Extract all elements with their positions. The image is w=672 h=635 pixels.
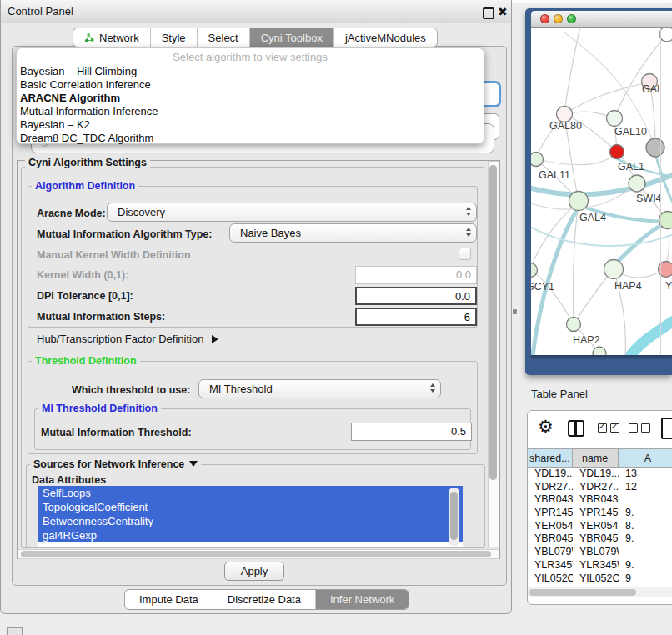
close-traffic-light-icon[interactable] [540,14,549,23]
algorithm-definition-title: Algorithm Definition [32,180,138,192]
column-header-name[interactable]: name [573,449,619,467]
tab-style[interactable]: Style [150,28,197,47]
close-icon[interactable]: ✖ [498,0,508,23]
node-hap4[interactable] [604,260,624,279]
node-label-swi4: SWI4 [636,192,662,204]
tab-impute-data[interactable]: Impute Data [125,590,213,609]
node-gal10[interactable] [607,111,623,127]
sources-group-title[interactable]: Sources for Network Inference [30,458,201,470]
data-attributes-list[interactable]: SelfLoopsTopologicalCoefficientBetweenne… [38,486,463,548]
table-cell: YDL19... [573,468,619,481]
table-cell: YBL079W [573,546,619,559]
table-cell: YIL052C [528,572,573,586]
network-edge[interactable] [574,201,579,324]
which-threshold-combobox[interactable]: MI Threshold [198,379,441,398]
node-gray[interactable] [646,138,664,157]
dropdown-item-dream8-dc-tdc-algorithm[interactable]: Dream8 DC_TDC Algorithm [17,132,484,145]
dropdown-item-bayesian-hill-climbing[interactable]: Bayesian – Hill Climbing [17,65,484,78]
minimized-panel-icon[interactable] [7,627,23,635]
table-header-row[interactable]: shared...nameA [528,448,672,468]
node-gal11[interactable] [531,152,544,167]
attribute-item-gal4rgexp[interactable]: gal4RGexp [38,528,463,542]
table-horizontal-scrollbar[interactable] [528,587,672,598]
settings-vertical-scrollbar[interactable] [488,161,499,548]
column-header-shared[interactable]: shared... [528,449,573,467]
table-row[interactable]: YDR27...YDR27...12 [528,481,672,494]
node-label-hap4: HAP4 [614,280,642,292]
node-label-gcy1: GCY1 [531,281,554,292]
dropdown-item-bayesian-k2[interactable]: Bayesian – K2 [17,118,484,132]
network-edge[interactable] [574,269,614,324]
attributes-list-scrollbar[interactable] [449,488,459,546]
dropdown-item-basic-correlation-inference[interactable]: Basic Correlation Inference [17,78,484,92]
attribute-item-topologicalcoefficient[interactable]: TopologicalCoefficient [38,500,463,514]
node-bottom[interactable] [593,347,606,355]
file-icon[interactable] [661,418,672,439]
aracne-mode-combobox[interactable]: Discovery [107,202,477,222]
mi-type-combobox[interactable]: Naive Bayes [229,223,477,242]
select-all-checkboxes-icon[interactable] [598,423,619,432]
tab-network[interactable]: Network [73,28,150,47]
tab-label: Style [162,32,186,44]
minimize-traffic-light-icon[interactable] [554,14,563,23]
column-layout-icon[interactable] [568,420,584,437]
manual-kernel-label: Manual Kernel Width Definition [37,249,191,261]
table-row[interactable]: YBR045CYBR045C9. [528,532,672,546]
table-row[interactable]: YBR043CYBR043C [528,493,672,507]
table-row[interactable]: YDL19...YDL19...13 [528,468,672,481]
node-gal1[interactable] [629,175,645,192]
settings-gear-icon[interactable]: ⚙ [538,417,554,437]
apply-button[interactable]: Apply [224,562,284,581]
zoom-traffic-light-icon[interactable] [567,14,576,23]
network-edge[interactable] [536,152,617,165]
kernel-width-field[interactable]: 0.0 [355,266,477,284]
kernel-width-label: Kernel Width (0,1): [37,269,128,281]
table-row[interactable]: YLR345WYLR345W9. [528,559,672,572]
table-cell: 12 [619,481,672,494]
attribute-item-selfloops[interactable]: SelfLoops [38,486,463,500]
tab-label: Network [99,32,139,44]
node-red[interactable] [610,145,624,159]
manual-kernel-checkbox[interactable] [459,248,471,260]
table-cell: 8. [619,520,672,533]
tab-jactivemnodules[interactable]: jActiveMNodules [333,28,437,47]
tab-discretize-data[interactable]: Discretize Data [213,590,315,609]
tab-cyni-toolbox[interactable]: Cyni Toolbox [249,28,333,47]
network-edge[interactable] [564,28,581,114]
network-canvas[interactable]: GALGAL80GAL10GAL1GAL11GAL4SWI4GCY1HAP4YH… [531,28,672,355]
dpi-tolerance-field[interactable]: 0.0 [355,287,477,305]
network-edge[interactable] [614,34,667,118]
float-window-icon[interactable] [483,8,494,19]
network-edge[interactable] [630,321,672,355]
node-label-gal1: GAL1 [618,161,644,172]
table-cell: YER054C [573,520,619,533]
table-row[interactable]: YIL052CYIL052C9 [528,572,672,586]
table-row[interactable]: YER054CYER054C8. [528,520,672,533]
settings-horizontal-scrollbar[interactable] [18,549,499,559]
column-header-a[interactable]: A [619,449,672,467]
mi-threshold-label: Mutual Information Threshold: [41,427,192,438]
dropdown-item-mutual-information-inference[interactable]: Mutual Information Inference [17,105,484,118]
dropdown-item-aracne-algorithm[interactable]: ARACNE Algorithm [17,92,484,105]
table-panel-window: ⚙ shared...nameA YDL19...YDL19...13YDR27… [527,410,672,605]
mi-steps-field[interactable]: 6 [355,308,477,326]
combo-arrows-icon [466,207,471,216]
node-top-partial[interactable] [659,28,672,42]
table-cell: YDL19... [528,468,573,481]
mi-type-value: Naive Bayes [240,224,301,242]
control-panel-titlebar[interactable]: Control Panel ✖ [1,0,511,23]
hub-section-toggle[interactable]: Hub/Transcription Factor Definition [37,332,218,345]
node-gcy1[interactable] [531,263,538,278]
panel-splitter-handle[interactable] [513,309,517,314]
node-hap2[interactable] [567,318,581,332]
table-row[interactable]: YPR145WYPR145W9. [528,507,672,520]
node-gal4[interactable] [569,192,589,211]
attribute-item-betweennesscentrality[interactable]: BetweennessCentrality [38,514,463,528]
tab-select[interactable]: Select [197,28,249,47]
table-row[interactable]: YBL079WYBL079W [528,546,672,559]
canvas-edge-line [660,28,661,355]
mi-threshold-field[interactable]: 0.5 [351,422,472,441]
network-window-titlebar[interactable] [531,11,672,28]
tab-infer-network[interactable]: Infer Network [315,590,409,609]
deselect-all-checkboxes-icon[interactable] [629,423,650,432]
